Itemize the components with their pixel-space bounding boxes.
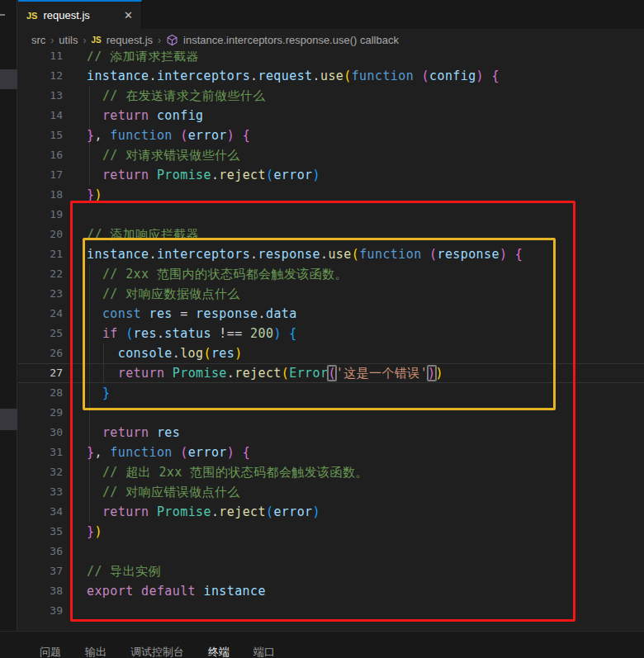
code-line[interactable]: 32 // 超出 2xx 范围的状态码都会触发该函数。: [18, 462, 644, 482]
line-number[interactable]: 39: [18, 601, 63, 621]
code-text: // 在发送请求之前做些什么: [87, 86, 266, 106]
tab-request-js[interactable]: JS request.js ✕: [18, 0, 142, 29]
line-number[interactable]: 28: [18, 383, 63, 403]
line-number[interactable]: 29: [18, 403, 63, 423]
code-text: // 对响应数据做点什么: [87, 284, 240, 304]
code-line[interactable]: 28 }: [18, 383, 644, 403]
close-icon[interactable]: ✕: [124, 9, 133, 21]
line-number[interactable]: 13: [18, 86, 63, 106]
line-number[interactable]: 18: [18, 185, 63, 205]
code-line[interactable]: 29: [18, 403, 644, 423]
vscode-window: JS request.js ✕ src › utils › JS request…: [0, 0, 644, 658]
code-line[interactable]: 17 return Promise.reject(error): [18, 165, 644, 185]
code-line[interactable]: 14 return config: [18, 106, 644, 125]
line-number[interactable]: 27: [18, 363, 63, 383]
code-line[interactable]: 26 console.log(res): [18, 343, 644, 363]
code-text: return res: [87, 423, 180, 443]
code-text: instance.interceptors.request.use(functi…: [87, 66, 500, 86]
code-line[interactable]: 38export default instance: [18, 581, 644, 601]
code-line[interactable]: 34 return Promise.reject(error): [18, 502, 644, 522]
line-number[interactable]: 34: [18, 502, 63, 522]
code-line[interactable]: 20// 添加响应拦截器: [18, 225, 644, 244]
code-lines: 11// 添加请求拦截器12instance.interceptors.requ…: [18, 51, 644, 621]
panel-tab-问题[interactable]: 问题: [40, 645, 61, 658]
code-line[interactable]: 37// 导出实例: [18, 561, 644, 581]
code-text: // 对请求错误做些什么: [87, 145, 240, 165]
breadcrumb: src › utils › JS request.js › instance.i…: [18, 29, 644, 51]
code-text: // 对响应错误做点什么: [87, 482, 240, 502]
line-number[interactable]: 11: [18, 51, 63, 66]
tree-selected-row[interactable]: [0, 409, 17, 430]
code-text: console.log(res): [87, 343, 243, 363]
line-number[interactable]: 33: [18, 482, 63, 502]
code-text: return config: [87, 106, 204, 125]
line-number[interactable]: 14: [18, 106, 63, 125]
line-number[interactable]: 36: [18, 542, 63, 561]
sidebar-edge: [0, 0, 17, 631]
line-number[interactable]: 37: [18, 561, 63, 581]
code-text: return Promise.reject(error): [87, 165, 320, 185]
code-editor[interactable]: 11// 添加请求拦截器12instance.interceptors.requ…: [18, 51, 644, 631]
code-line[interactable]: 22 // 2xx 范围内的状态码都会触发该函数。: [18, 264, 644, 284]
code-line[interactable]: 23 // 对响应数据做点什么: [18, 284, 644, 304]
breadcrumb-item-utils[interactable]: utils: [59, 34, 78, 46]
line-number[interactable]: 23: [18, 284, 63, 304]
code-text: instance.interceptors.response.use(funct…: [87, 244, 523, 264]
code-line[interactable]: 30 return res: [18, 423, 644, 443]
line-number[interactable]: 35: [18, 522, 63, 542]
panel-tab-终端[interactable]: 终端: [208, 645, 230, 658]
line-number[interactable]: 24: [18, 304, 63, 324]
code-line[interactable]: 18}): [18, 185, 644, 205]
line-number[interactable]: 16: [18, 145, 63, 165]
line-number[interactable]: 12: [18, 66, 63, 86]
line-number[interactable]: 17: [18, 165, 63, 185]
breadcrumb-item-file[interactable]: request.js: [107, 34, 153, 46]
line-number[interactable]: 38: [18, 581, 63, 601]
code-text: // 2xx 范围内的状态码都会触发该函数。: [87, 264, 348, 284]
code-line[interactable]: 35}): [18, 522, 644, 542]
code-line[interactable]: 11// 添加请求拦截器: [18, 51, 644, 66]
line-number[interactable]: 20: [18, 225, 63, 244]
code-text: // 导出实例: [87, 561, 161, 581]
code-line[interactable]: 16 // 对请求错误做些什么: [18, 145, 644, 165]
panel-tab-端口[interactable]: 端口: [253, 645, 275, 658]
chevron-right-icon: ›: [158, 35, 161, 46]
code-line[interactable]: 25 if (res.status !== 200) {: [18, 324, 644, 343]
chevron-right-icon: ›: [50, 35, 54, 46]
code-line[interactable]: 39: [18, 601, 644, 621]
matched-bracket: (: [328, 366, 335, 381]
bottom-panel: 问题输出调试控制台终端端口: [0, 631, 644, 658]
code-text: return Promise.reject(error): [87, 502, 320, 522]
code-line[interactable]: 24 const res = response.data: [18, 304, 644, 324]
code-line[interactable]: 31}, function (error) {: [18, 443, 644, 462]
code-line[interactable]: 36: [18, 542, 644, 561]
line-number[interactable]: 30: [18, 423, 63, 443]
code-line[interactable]: 27 return Promise.reject(Error('这是一个错误')…: [18, 363, 644, 383]
code-line[interactable]: 13 // 在发送请求之前做些什么: [18, 86, 644, 106]
line-number[interactable]: 21: [18, 244, 63, 264]
code-line[interactable]: 21instance.interceptors.response.use(fun…: [18, 244, 644, 264]
symbol-method-icon: [166, 34, 178, 46]
code-line[interactable]: 33 // 对响应错误做点什么: [18, 482, 644, 502]
tree-selected-row[interactable]: [0, 69, 17, 89]
panel-tab-输出[interactable]: 输出: [85, 645, 107, 658]
line-number[interactable]: 19: [18, 205, 63, 225]
tab-title: request.js: [43, 9, 89, 21]
code-line[interactable]: 12instance.interceptors.request.use(func…: [18, 66, 644, 86]
line-number[interactable]: 32: [18, 462, 63, 482]
panel-tab-调试控制台[interactable]: 调试控制台: [130, 645, 184, 658]
code-line[interactable]: 15}, function (error) {: [18, 125, 644, 145]
code-text: export default instance: [87, 581, 266, 601]
line-number[interactable]: 25: [18, 324, 63, 343]
line-number[interactable]: 22: [18, 264, 63, 284]
line-number[interactable]: 31: [18, 443, 63, 462]
breadcrumb-item-symbol[interactable]: instance.interceptors.response.use() cal…: [183, 34, 399, 46]
code-text: }, function (error) {: [87, 125, 250, 145]
line-number[interactable]: 26: [18, 343, 63, 363]
breadcrumb-item-src[interactable]: src: [31, 34, 45, 46]
line-number[interactable]: 15: [18, 125, 63, 145]
code-text: }): [87, 185, 102, 205]
code-text: return Promise.reject(Error('这是一个错误')): [87, 363, 443, 383]
code-line[interactable]: 19: [18, 205, 644, 225]
code-text: if (res.status !== 200) {: [87, 324, 297, 343]
